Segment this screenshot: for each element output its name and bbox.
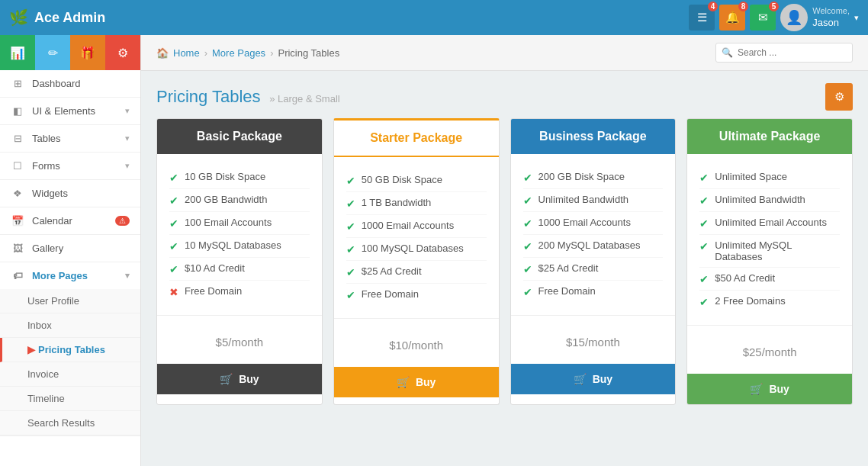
basic-price: $5/month (157, 315, 322, 364)
settings-button[interactable]: ⚙ (825, 83, 853, 111)
sidebar-icon-chart[interactable]: 📊 (0, 35, 35, 70)
check-icon: ✔ (169, 194, 178, 207)
breadcrumb-home[interactable]: Home (173, 47, 200, 59)
timeline-link[interactable]: Timeline (0, 387, 140, 410)
feature-item: ✔$10 Ad Credit (169, 258, 310, 281)
sidebar-icon-cog[interactable]: ⚙ (105, 35, 140, 70)
sidebar-item-tables[interactable]: ⊟ Tables ▾ (0, 125, 140, 153)
check-icon: ✔ (699, 194, 709, 207)
search-results-link[interactable]: Search Results (0, 411, 140, 435)
check-icon: ✔ (346, 175, 355, 187)
sidebar-icon-gift[interactable]: 🎁 (70, 35, 105, 70)
sidebar-item-calendar[interactable]: 📅 Calendar ⚠ (0, 207, 140, 235)
feature-item: ✔Unlimited MySQL Databases (699, 235, 840, 268)
submenu-search-results[interactable]: Search Results (0, 411, 140, 435)
breadcrumb-more-pages[interactable]: More Pages (212, 47, 265, 59)
check-icon: ✔ (699, 296, 709, 308)
sidebar-icon-pencil[interactable]: ✏ (35, 35, 70, 70)
feature-item: ✔$25 Ad Credit (523, 258, 664, 281)
gear-icon: ⚙ (834, 90, 844, 104)
feature-item: ✔Free Domain (346, 284, 487, 306)
user-menu[interactable]: 👤 Welcome, Jason ▾ (780, 4, 859, 31)
chevron-icon: ▾ (125, 106, 130, 116)
tables-icon: ⊟ (11, 133, 24, 144)
feature-item: ✔100 Email Accounts (169, 212, 310, 235)
check-icon: ✔ (346, 198, 355, 210)
sidebar-item-dashboard[interactable]: ⊞ Dashboard (0, 70, 140, 98)
business-header: Business Package (511, 119, 676, 154)
brand-name: Ace Admin (34, 10, 105, 26)
cart-icon: 🛒 (397, 376, 410, 388)
submenu-timeline[interactable]: Timeline (0, 387, 140, 411)
ui-icon: ◧ (11, 105, 24, 117)
check-icon: ✔ (699, 217, 709, 230)
pricing-card-business: Business Package ✔200 GB Disk Space ✔Unl… (510, 118, 677, 405)
sidebar-label-more-pages: More Pages (32, 270, 88, 281)
calendar-badge: ⚠ (115, 216, 130, 226)
starter-buy-button[interactable]: 🛒 Buy (334, 367, 499, 397)
check-icon: ✔ (523, 263, 532, 275)
sidebar-label-calendar: Calendar (32, 215, 72, 227)
business-buy-button[interactable]: 🛒 Buy (511, 364, 676, 394)
breadcrumb: 🏠 Home › More Pages › Pricing Tables (156, 47, 339, 59)
basic-features: ✔10 GB Disk Space ✔200 GB Bandwidth ✔100… (157, 154, 322, 315)
sidebar-item-more-pages[interactable]: 🏷 More Pages ▾ User Profile Inbox ▶Prici… (0, 262, 140, 436)
page-title: Pricing Tables (156, 87, 261, 106)
chevron-icon: ▾ (125, 133, 130, 143)
gallery-icon: 🖼 (11, 243, 24, 254)
starter-price: $10/month (334, 318, 499, 367)
submenu-pricing-tables[interactable]: ▶Pricing Tables (0, 338, 140, 362)
sidebar-label-dashboard: Dashboard (32, 78, 81, 89)
submenu-inbox[interactable]: Inbox (0, 313, 140, 338)
check-icon: ✔ (346, 266, 355, 278)
starter-header: Starter Package (334, 121, 499, 157)
basic-header: Basic Package (157, 119, 322, 154)
sidebar-item-widgets[interactable]: ❖ Widgets (0, 180, 140, 207)
avatar: 👤 (780, 4, 808, 31)
messages-button[interactable]: ☰ 4 (689, 5, 715, 31)
check-icon: ✔ (523, 194, 532, 207)
cart-icon: 🛒 (750, 383, 763, 395)
submenu-invoice[interactable]: Invoice (0, 362, 140, 387)
check-icon: ✔ (699, 240, 709, 252)
inbox-link[interactable]: Inbox (0, 313, 140, 337)
bell-button[interactable]: 🔔 8 (719, 5, 745, 31)
feature-item: ✔1000 Email Accounts (523, 212, 664, 235)
pricing-cards-container: Basic Package ✔10 GB Disk Space ✔200 GB … (141, 118, 868, 420)
messages-icon: ☰ (697, 11, 707, 24)
basic-buy-button[interactable]: 🛒 Buy (157, 364, 322, 394)
invoice-link[interactable]: Invoice (0, 362, 140, 386)
pricing-card-basic: Basic Package ✔10 GB Disk Space ✔200 GB … (156, 118, 323, 405)
search-input[interactable] (715, 43, 853, 63)
envelope-button[interactable]: ✉ 5 (750, 5, 776, 31)
more-pages-submenu: User Profile Inbox ▶Pricing Tables Invoi… (0, 289, 140, 435)
ultimate-header: Ultimate Package (687, 119, 852, 154)
feature-item: ✔1 TB Bandwidth (346, 192, 487, 215)
sidebar-item-gallery[interactable]: 🖼 Gallery (0, 235, 140, 262)
feature-item: ✔Unlimited Bandwidth (523, 189, 664, 212)
bell-badge: 8 (738, 2, 749, 11)
sidebar-item-ui-elements[interactable]: ◧ UI & Elements ▾ (0, 98, 140, 125)
home-icon: 🏠 (156, 47, 169, 59)
sidebar-nav: ⊞ Dashboard ◧ UI & Elements ▾ ⊟ Tables ▾ (0, 70, 140, 436)
ultimate-price: $25/month (687, 325, 852, 374)
messages-badge: 4 (708, 2, 719, 11)
feature-item: ✔100 MySQL Databases (346, 238, 487, 261)
sidebar-item-forms[interactable]: ☐ Forms ▾ (0, 153, 140, 180)
sidebar-label-gallery: Gallery (32, 243, 63, 254)
submenu-user-profile[interactable]: User Profile (0, 289, 140, 313)
check-icon: ✔ (523, 172, 532, 184)
ultimate-buy-button[interactable]: 🛒 Buy (687, 374, 852, 404)
feature-item: ✔Unlimited Bandwidth (699, 189, 840, 212)
feature-item: ✔$25 Ad Credit (346, 261, 487, 284)
bell-icon: 🔔 (725, 11, 740, 24)
feature-item: ✔50 GB Disk Space (346, 169, 487, 192)
pricing-tables-link[interactable]: ▶Pricing Tables (2, 338, 140, 362)
user-profile-link[interactable]: User Profile (0, 289, 140, 313)
top-navbar: 🌿 Ace Admin ☰ 4 🔔 8 ✉ 5 👤 Welcome, Jason… (0, 0, 868, 35)
forms-icon: ☐ (11, 160, 24, 172)
active-page-arrow: ▶ (27, 344, 35, 355)
check-icon: ✔ (169, 172, 178, 184)
welcome-label: Welcome, (812, 5, 850, 16)
check-icon: ✔ (169, 217, 178, 230)
